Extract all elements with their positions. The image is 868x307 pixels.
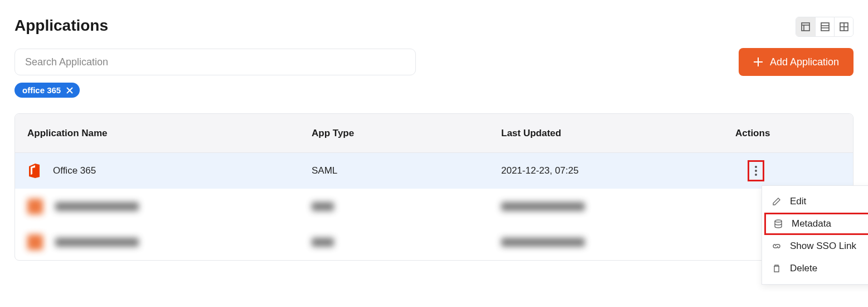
col-actions: Actions [735, 128, 841, 139]
office-icon [27, 163, 41, 179]
app-name: Office 365 [53, 165, 96, 176]
svg-point-13 [755, 166, 757, 168]
view-list-button[interactable] [815, 17, 834, 36]
filter-chip: office 365 [14, 83, 80, 98]
col-app-type: App Type [312, 128, 501, 139]
list-icon [821, 22, 830, 31]
filter-chip-remove[interactable] [66, 87, 73, 94]
plus-icon [753, 57, 763, 67]
svg-point-14 [755, 170, 757, 172]
menu-item-metadata[interactable]: Metadata [764, 213, 868, 235]
app-type: SAML [312, 165, 501, 176]
applications-table: Application Name App Type Last Updated A… [14, 113, 854, 261]
page-title: Applications [14, 17, 108, 35]
svg-rect-3 [821, 23, 829, 31]
row-actions-button[interactable] [748, 160, 764, 181]
view-grid-button[interactable] [834, 17, 853, 36]
link-icon [772, 242, 781, 251]
table-row [15, 224, 853, 260]
table-row[interactable]: Office 365 SAML 2021-12-23, 07:25 [15, 153, 853, 189]
database-icon [774, 219, 783, 228]
menu-label: Show SSO Link [790, 241, 856, 252]
svg-point-16 [775, 220, 782, 222]
menu-label: Edit [790, 196, 806, 207]
view-toggle-group [796, 17, 854, 37]
menu-item-edit[interactable]: Edit [762, 190, 868, 213]
search-input[interactable] [14, 49, 416, 75]
close-icon [66, 87, 73, 94]
menu-label: Delete [790, 263, 817, 274]
col-last-updated: Last Updated [501, 128, 735, 139]
pencil-icon [772, 197, 781, 206]
menu-label: Metadata [792, 218, 831, 229]
add-application-label: Add Application [770, 56, 839, 68]
kebab-icon [755, 166, 757, 176]
table-row [15, 189, 853, 224]
app-updated: 2021-12-23, 07:25 [501, 165, 735, 176]
grid-icon [840, 22, 848, 31]
filter-chip-label: office 365 [22, 85, 61, 95]
table-header: Application Name App Type Last Updated A… [15, 114, 853, 153]
actions-menu: Edit Metadata Show SSO Link Delete [762, 185, 868, 285]
layout-icon [801, 22, 810, 31]
col-application-name: Application Name [27, 128, 312, 139]
add-application-button[interactable]: Add Application [739, 48, 854, 76]
svg-rect-0 [802, 23, 809, 31]
menu-item-delete[interactable]: Delete [762, 257, 868, 280]
view-layout-button[interactable] [796, 17, 815, 36]
svg-point-15 [755, 174, 757, 176]
menu-item-show-sso[interactable]: Show SSO Link [762, 235, 868, 257]
trash-icon [772, 264, 781, 273]
